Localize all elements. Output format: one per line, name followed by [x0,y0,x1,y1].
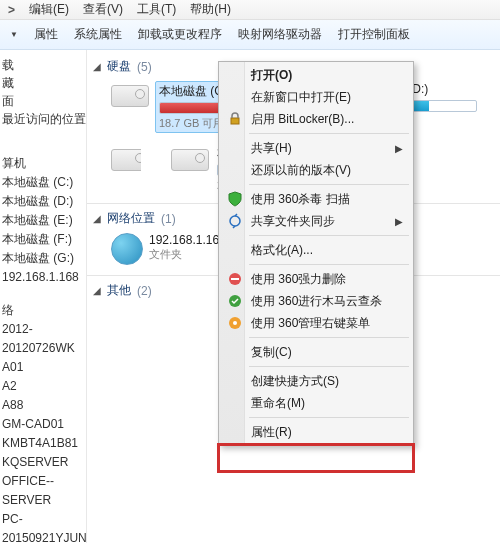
sidebar-item-drive-g[interactable]: 本地磁盘 (G:) [2,249,86,268]
svg-point-1 [230,216,240,226]
sidebar-item-drive-f[interactable]: 本地磁盘 (F:) [2,230,86,249]
hdd-icon [111,79,149,111]
hdd-icon [171,143,211,175]
ctx-share[interactable]: 共享(H)▶ [221,137,411,159]
toolbar-map-drive[interactable]: 映射网络驱动器 [238,26,322,43]
ctx-360-cloud-scan[interactable]: 使用 360进行木马云查杀 [221,290,411,312]
menu-bar: > 编辑(E) 查看(V) 工具(T) 帮助(H) [0,0,500,20]
context-menu: 打开(O) 在新窗口中打开(E) 启用 BitLocker(B)... 共享(H… [218,61,414,446]
sidebar-fav-item[interactable]: 面 [2,92,86,110]
toolbar: ▼ 属性 系统属性 卸载或更改程序 映射网络驱动器 打开控制面板 [0,20,500,50]
collapse-icon: ◢ [93,61,101,72]
sidebar-network-item[interactable]: KQSERVER [2,453,86,472]
sidebar-fav-item[interactable]: 藏 [2,74,86,92]
collapse-icon: ◢ [93,285,101,296]
menu-tools[interactable]: 工具(T) [137,1,176,18]
delete-icon [227,271,243,287]
sync-icon [227,213,243,229]
menu-back-arrow[interactable]: > [8,3,15,17]
toolbar-uninstall[interactable]: 卸载或更改程序 [138,26,222,43]
ctx-properties[interactable]: 属性(R) [221,421,411,443]
sidebar-item-netplace[interactable]: 192.168.1.168 [2,268,86,287]
ctx-open-new-window[interactable]: 在新窗口中打开(E) [221,86,411,108]
sidebar-network-item[interactable]: PC-20150921YJUN [2,510,86,543]
sidebar-network-item[interactable]: A01 [2,358,86,377]
ctx-360-right-menu[interactable]: 使用 360管理右键菜单 [221,312,411,334]
sidebar-item-drive-c[interactable]: 本地磁盘 (C:) [2,173,86,192]
toolbar-control-panel[interactable]: 打开控制面板 [338,26,410,43]
menu-manage-icon [227,315,243,331]
ctx-rename[interactable]: 重命名(M) [221,392,411,414]
ctx-copy[interactable]: 复制(C) [221,341,411,363]
toolbar-system-properties[interactable]: 系统属性 [74,26,122,43]
ctx-format[interactable]: 格式化(A)... [221,239,411,261]
sidebar-network-item[interactable]: 2012-20120726WK [2,320,86,358]
sidebar-network-item[interactable]: GM-CAD01 [2,415,86,434]
sidebar-network-item[interactable]: A2 [2,377,86,396]
sidebar-computer[interactable]: 算机 [2,154,86,173]
hdd-icon [111,143,141,175]
navigation-sidebar: 载 藏 面 最近访问的位置 算机 本地磁盘 (C:) 本地磁盘 (D:) 本地磁… [0,50,87,543]
submenu-arrow-icon: ▶ [395,143,403,154]
menu-view[interactable]: 查看(V) [83,1,123,18]
svg-rect-3 [231,278,239,280]
ctx-360-force-delete[interactable]: 使用 360强力删除 [221,268,411,290]
ctx-open[interactable]: 打开(O) [221,64,411,86]
globe-icon [111,233,143,265]
sidebar-network-item[interactable]: KMBT4A1B81 [2,434,86,453]
toolbar-properties[interactable]: 属性 [34,26,58,43]
ctx-restore-previous[interactable]: 还原以前的版本(V) [221,159,411,181]
lock-icon [227,111,243,127]
submenu-arrow-icon: ▶ [395,216,403,227]
cloud-scan-icon [227,293,243,309]
ctx-create-shortcut[interactable]: 创建快捷方式(S) [221,370,411,392]
netloc-name: 192.168.1.168 [149,233,226,247]
menu-help[interactable]: 帮助(H) [190,1,231,18]
shield-icon [227,191,243,207]
collapse-icon: ◢ [93,213,101,224]
netloc-sub: 文件夹 [149,247,226,262]
ctx-bitlocker[interactable]: 启用 BitLocker(B)... [221,108,411,130]
sidebar-network-item[interactable]: A88 [2,396,86,415]
svg-point-6 [233,321,237,325]
ctx-folder-sync[interactable]: 共享文件夹同步▶ [221,210,411,232]
chevron-down-icon: ▼ [10,30,18,39]
sidebar-fav-item[interactable]: 载 [2,56,86,74]
drive-e[interactable]: 本 30 [111,143,141,193]
menu-edit[interactable]: 编辑(E) [29,1,69,18]
ctx-360-scan[interactable]: 使用 360杀毒 扫描 [221,188,411,210]
sidebar-item-drive-d[interactable]: 本地磁盘 (D:) [2,192,86,211]
sidebar-fav-item[interactable]: 最近访问的位置 [2,110,86,128]
sidebar-network[interactable]: 络 [2,301,86,320]
sidebar-item-drive-e[interactable]: 本地磁盘 (E:) [2,211,86,230]
toolbar-dropdown[interactable]: ▼ [10,30,18,39]
svg-rect-0 [231,118,239,124]
sidebar-network-item[interactable]: OFFICE--SERVER [2,472,86,510]
